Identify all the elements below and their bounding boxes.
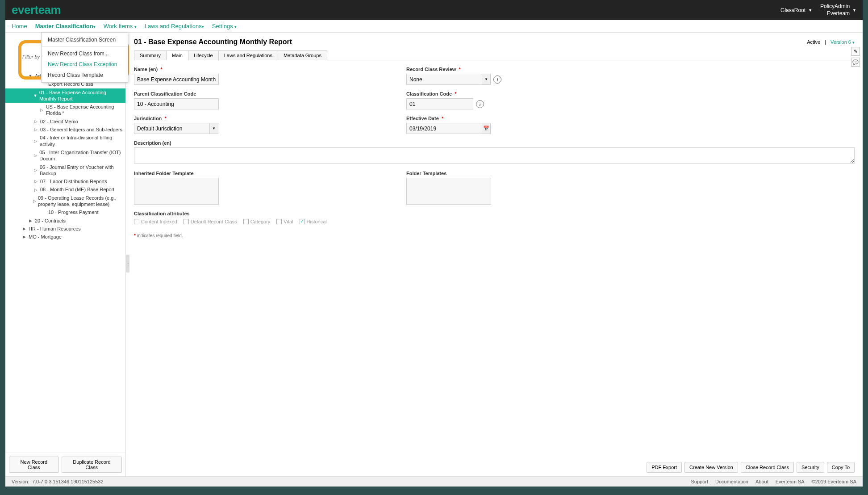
expand-icon[interactable]: ▷ bbox=[39, 108, 44, 112]
nav-master-classification[interactable]: Master Classification▾ bbox=[35, 23, 96, 29]
company-link[interactable]: Everteam SA bbox=[776, 479, 805, 484]
caret-down-icon: ▾ bbox=[202, 25, 204, 29]
status-bar: Version: 7.0-7.0.3.151346.190115125532 S… bbox=[5, 476, 863, 487]
expand-icon[interactable]: ▷ bbox=[33, 168, 38, 172]
tab-metadata[interactable]: Metadata Groups bbox=[278, 50, 327, 60]
effdate-label: Effective Date * bbox=[406, 116, 661, 121]
tab-summary[interactable]: Summary bbox=[134, 50, 167, 60]
expand-icon[interactable]: ▶ bbox=[21, 227, 27, 231]
app-header: everteam GlassRoot ▼ PolicyAdmin Evertea… bbox=[5, 0, 863, 20]
chk-content-indexed[interactable]: Content Indexed bbox=[134, 219, 177, 224]
expand-icon[interactable]: ▷ bbox=[33, 127, 38, 132]
tree-item[interactable]: ▶ 20 - Contracts bbox=[5, 217, 125, 225]
tree-item[interactable]: ▷ US - Base Expense Accounting Florida * bbox=[5, 103, 125, 117]
nav-home[interactable]: Home bbox=[12, 23, 27, 29]
tree-item[interactable]: ▷ 03 - General ledgers and Sub-ledgers bbox=[5, 126, 125, 134]
chk-category[interactable]: Category bbox=[243, 219, 271, 224]
menu-master-screen[interactable]: Master Classification Screen bbox=[42, 34, 128, 45]
tree-view: ▼ Advanced Search Export Record Class ▼ … bbox=[5, 63, 125, 453]
status-label: Active bbox=[807, 39, 820, 45]
info-icon[interactable]: i bbox=[476, 100, 484, 108]
description-textarea[interactable] bbox=[134, 147, 855, 164]
desc-label: Description (en) bbox=[134, 140, 855, 146]
master-classification-dropdown: Master Classification Screen New Record … bbox=[41, 32, 128, 83]
caret-down-icon: ▼ bbox=[852, 8, 856, 13]
splitter-handle[interactable] bbox=[126, 255, 129, 273]
user-menu[interactable]: PolicyAdmin Everteam ▼ bbox=[820, 3, 856, 17]
expand-icon[interactable]: ▷ bbox=[33, 139, 38, 143]
tree-item[interactable]: ▶ MO - Mortgage bbox=[5, 233, 125, 241]
comment-icon-button[interactable]: 💬 bbox=[851, 58, 860, 67]
expand-icon[interactable]: ▶ bbox=[28, 218, 33, 223]
tab-main[interactable]: Main bbox=[166, 50, 188, 60]
caret-down-icon: ▼ bbox=[808, 8, 812, 13]
nav-settings[interactable]: Settings ▾ bbox=[212, 23, 237, 29]
tree-item[interactable]: ▷ 07 - Labor Distribution Reports bbox=[5, 177, 125, 185]
expand-icon[interactable]: ▷ bbox=[33, 179, 38, 184]
tree-item[interactable]: ▶ HR - Human Resources bbox=[5, 225, 125, 233]
tree-item[interactable]: ▷ 04 - Inter or Intra-divisional billing… bbox=[5, 134, 125, 148]
menu-record-class-template[interactable]: Record Class Template bbox=[42, 70, 128, 80]
new-record-class-button[interactable]: New Record Class bbox=[9, 457, 59, 473]
version-dropdown[interactable]: Version 6 ▾ bbox=[830, 39, 855, 45]
nav-work-items[interactable]: Work Items ▾ bbox=[104, 23, 137, 29]
inh-template-label: Inherited Folder Template bbox=[134, 171, 388, 176]
collapse-icon[interactable]: ▼ bbox=[28, 74, 33, 78]
content-footer-buttons: PDF Export Create New Version Close Reco… bbox=[647, 462, 855, 473]
sidebar-footer: New Record Class Duplicate Record Class bbox=[5, 453, 125, 476]
dropdown-arrow-icon[interactable]: ▼ bbox=[482, 74, 491, 85]
tree-item[interactable]: ▷ 06 - Journal Entry or Voucher with Bac… bbox=[5, 163, 125, 178]
documentation-link[interactable]: Documentation bbox=[715, 479, 748, 484]
close-record-class-button[interactable]: Close Record Class bbox=[741, 462, 794, 473]
tree-item[interactable]: ▷ 05 - Inter-Organization Transfer (IOT)… bbox=[5, 148, 125, 163]
chk-default[interactable]: Default Record Class bbox=[184, 219, 237, 224]
menu-new-record-class-from[interactable]: New Record Class from... bbox=[42, 48, 128, 59]
create-new-version-button[interactable]: Create New Version bbox=[684, 462, 738, 473]
chk-vital[interactable]: Vital bbox=[276, 219, 293, 224]
expand-icon[interactable]: ▷ bbox=[33, 199, 36, 203]
tree-item[interactable]: ▷ 09 - Operating Lease Records (e.g., pr… bbox=[5, 194, 125, 209]
tree-item[interactable]: 10 - Progress Payment bbox=[5, 208, 125, 216]
chk-historical[interactable]: Historical bbox=[300, 219, 327, 224]
expand-icon[interactable]: ▷ bbox=[33, 119, 38, 124]
security-button[interactable]: Security bbox=[797, 462, 824, 473]
expand-icon[interactable]: ▷ bbox=[33, 188, 38, 192]
collapse-icon[interactable]: ▼ bbox=[33, 93, 38, 98]
about-link[interactable]: About bbox=[755, 479, 768, 484]
tenant-menu[interactable]: GlassRoot ▼ bbox=[780, 7, 812, 13]
tab-laws[interactable]: Laws and Regulations bbox=[218, 50, 278, 60]
classcode-input[interactable] bbox=[406, 98, 473, 109]
copy-to-button[interactable]: Copy To bbox=[827, 462, 855, 473]
user-name: PolicyAdmin bbox=[820, 3, 850, 10]
tab-lifecycle[interactable]: Lifecycle bbox=[188, 50, 219, 60]
name-input[interactable] bbox=[134, 74, 219, 85]
checkbox-icon bbox=[276, 219, 282, 224]
jurisdiction-label: Jurisdiction * bbox=[134, 116, 388, 121]
sidebar: Filter by ▼ Advanced Search Export Recor… bbox=[5, 33, 126, 476]
caret-down-icon: ▾ bbox=[93, 25, 96, 29]
support-link[interactable]: Support bbox=[691, 479, 708, 484]
review-select[interactable] bbox=[406, 74, 482, 85]
tree-item-selected[interactable]: ▼ 01 - Base Expense Accounting Monthly R… bbox=[5, 88, 125, 103]
duplicate-record-class-button[interactable]: Duplicate Record Class bbox=[62, 457, 122, 473]
parent-input[interactable] bbox=[134, 98, 219, 109]
edit-icon-button[interactable]: ✎ bbox=[851, 47, 860, 56]
tree-item[interactable]: ▷ 08 - Month End (ME) Base Report bbox=[5, 185, 125, 193]
pdf-export-button[interactable]: PDF Export bbox=[647, 462, 682, 473]
info-icon[interactable]: i bbox=[493, 76, 501, 84]
tree-item[interactable]: ▷ 02 - Credit Memo bbox=[5, 117, 125, 126]
caret-down-icon: ▾ bbox=[234, 25, 237, 29]
nav-laws[interactable]: Laws and Regulations▾ bbox=[145, 23, 204, 29]
jurisdiction-select[interactable] bbox=[134, 123, 210, 134]
effdate-input[interactable] bbox=[406, 123, 482, 134]
calendar-icon[interactable]: 📅 bbox=[482, 123, 491, 134]
tabs: Summary Main Lifecycle Laws and Regulati… bbox=[134, 50, 855, 60]
menu-new-record-class-exception[interactable]: New Record Class Exception bbox=[42, 59, 128, 70]
expand-icon[interactable]: ▷ bbox=[33, 153, 38, 158]
expand-icon[interactable]: ▶ bbox=[21, 235, 27, 239]
user-org: Everteam bbox=[820, 10, 850, 17]
dropdown-arrow-icon[interactable]: ▼ bbox=[209, 123, 218, 134]
inherited-template-box[interactable] bbox=[134, 178, 219, 205]
classcode-label: Classification Code * bbox=[406, 91, 661, 96]
folder-templates-box[interactable] bbox=[406, 178, 491, 205]
